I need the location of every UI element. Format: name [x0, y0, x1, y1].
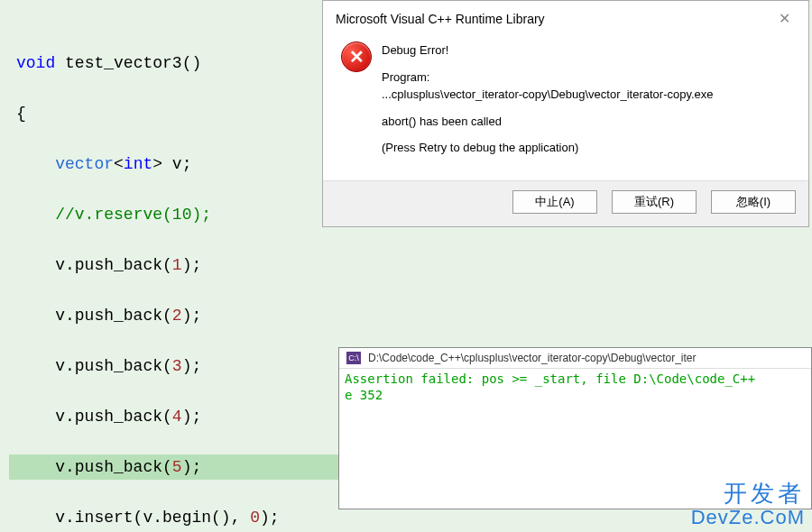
close-icon[interactable]: ✕ — [773, 10, 796, 27]
ignore-button[interactable]: 忽略(I) — [711, 190, 796, 214]
dialog-title-text: Microsoft Visual C++ Runtime Library — [336, 12, 545, 26]
program-label: Program: — [382, 69, 796, 87]
program-path: ...cplusplus\vector_iterator-copy\Debug\… — [382, 86, 796, 104]
runtime-error-dialog: Microsoft Visual C++ Runtime Library ✕ ✕… — [322, 0, 809, 227]
dialog-titlebar: Microsoft Visual C++ Runtime Library ✕ — [323, 1, 808, 34]
retry-button[interactable]: 重试(R) — [612, 190, 697, 214]
console-icon: C:\ — [346, 352, 361, 364]
watermark-cn: 开发者 — [691, 481, 805, 507]
console-title-text: D:\Code\code_C++\cplusplus\vector_iterat… — [368, 352, 697, 364]
console-output: Assertion failed: pos >= _start, file D:… — [339, 369, 811, 405]
abort-button[interactable]: 中止(A) — [512, 190, 597, 214]
code-line: v.push_back(1); — [9, 252, 812, 278]
code-line: v.push_back(2); — [9, 303, 812, 328]
console-line: e 352 — [345, 388, 383, 402]
retry-message: (Press Retry to debug the application) — [382, 139, 796, 157]
dialog-body: ✕ Debug Error! Program: ...cplusplus\vec… — [323, 34, 808, 180]
console-line: Assertion failed: pos >= _start, file D:… — [345, 371, 755, 386]
console-titlebar: C:\ D:\Code\code_C++\cplusplus\vector_it… — [339, 348, 811, 369]
watermark-en: DevZe.CoM — [691, 507, 805, 528]
dialog-heading: Debug Error! — [382, 41, 796, 60]
abort-message: abort() has been called — [382, 113, 796, 131]
error-icon: ✕ — [341, 41, 372, 72]
dialog-button-row: 中止(A) 重试(R) 忽略(I) — [323, 180, 808, 226]
watermark: 开发者 DevZe.CoM — [691, 481, 805, 528]
